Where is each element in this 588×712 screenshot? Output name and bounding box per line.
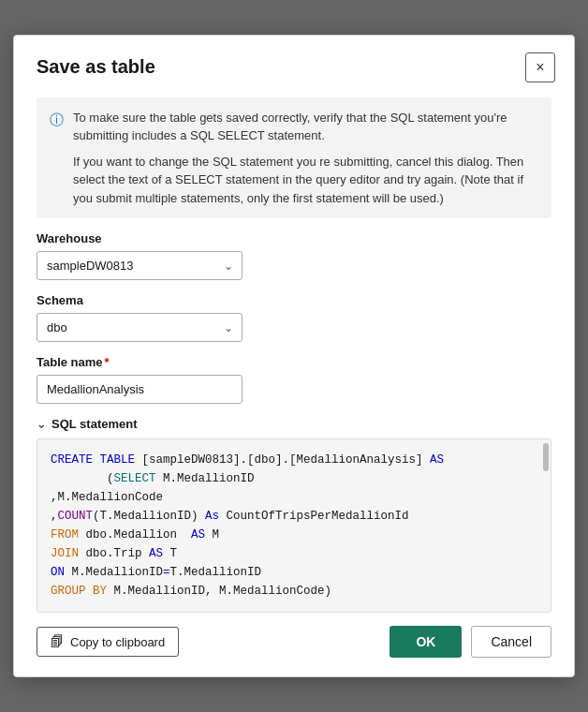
code-line-4: ,COUNT(T.MedallionID) As CountOfTripsPer… [51, 507, 537, 526]
code-line-5: FROM dbo.Medallion AS M [51, 526, 537, 544]
dialog-title: Save as table [37, 56, 155, 78]
right-buttons: OK Cancel [390, 626, 551, 658]
info-text: To make sure the table gets saved correc… [73, 109, 538, 208]
sql-toggle[interactable]: ⌄ SQL statement [37, 417, 551, 431]
warehouse-select[interactable]: sampleDW0813 [37, 251, 243, 280]
warehouse-select-wrapper: sampleDW0813 ⌄ [37, 251, 243, 280]
code-line-3: ,M.MedallionCode [51, 488, 537, 507]
code-line-7: ON M.MedallionID=T.MedallionID [51, 563, 537, 582]
dialog-header: Save as table × [14, 36, 574, 92]
copy-to-clipboard-button[interactable]: 🗐 Copy to clipboard [37, 627, 179, 657]
code-line-6: JOIN dbo.Trip AS T [51, 544, 537, 563]
info-box: ⓘ To make sure the table gets saved corr… [37, 97, 551, 219]
code-line-8: GROUP BY M.MedallionID, M.MedallionCode) [51, 582, 537, 601]
schema-select-wrapper: dbo ⌄ [37, 313, 243, 342]
table-name-input[interactable] [37, 375, 243, 404]
ok-button[interactable]: OK [390, 626, 462, 658]
cancel-button[interactable]: Cancel [471, 626, 551, 658]
code-line-1: CREATE TABLE [sampleDW0813].[dbo].[Medal… [51, 451, 537, 469]
info-line1: To make sure the table gets saved correc… [73, 109, 538, 145]
table-name-label: Table name* [37, 355, 551, 369]
warehouse-label: Warehouse [37, 231, 551, 245]
form-section: Warehouse sampleDW0813 ⌄ Schema dbo ⌄ Ta… [14, 231, 574, 404]
close-button[interactable]: × [525, 52, 555, 82]
save-as-table-dialog: Save as table × ⓘ To make sure the table… [13, 35, 575, 678]
sql-section: ⌄ SQL statement CREATE TABLE [sampleDW08… [37, 417, 551, 613]
scrollbar[interactable] [543, 443, 549, 471]
copy-btn-label: Copy to clipboard [70, 635, 165, 649]
code-line-2: (SELECT M.MedallionID [51, 469, 537, 488]
dialog-footer: 🗐 Copy to clipboard OK Cancel [14, 613, 574, 676]
sql-code-area: CREATE TABLE [sampleDW0813].[dbo].[Medal… [37, 438, 551, 613]
required-marker: * [105, 355, 110, 369]
info-line2: If you want to change the SQL statement … [73, 153, 538, 208]
copy-icon: 🗐 [51, 634, 64, 649]
schema-label: Schema [37, 293, 551, 307]
chevron-down-icon: ⌄ [37, 418, 46, 431]
sql-section-label: SQL statement [51, 417, 138, 431]
schema-select[interactable]: dbo [37, 313, 243, 342]
close-icon: × [536, 59, 544, 76]
info-icon: ⓘ [50, 110, 64, 208]
